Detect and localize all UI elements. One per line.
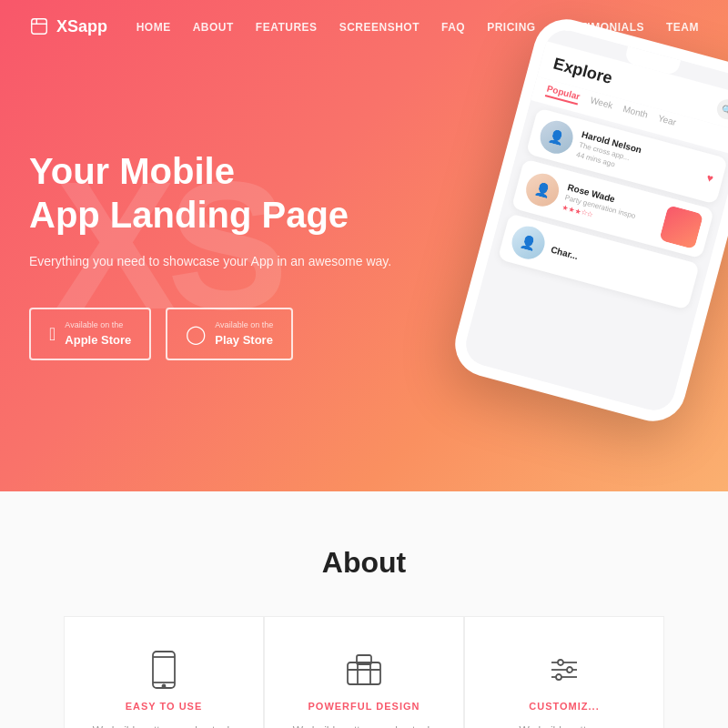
phone-card-2-img-inner — [659, 205, 703, 249]
feature-design-desc: We build pretty complex tools — [293, 723, 436, 728]
feature-easy-name: EASY TO USE — [126, 701, 203, 712]
feature-card-design: POWERFUL DESIGN We build pretty complex … — [264, 616, 464, 728]
phone-screen: Explore 🔍 Popular Week Month Year 👤 Haro… — [461, 25, 728, 415]
phone-search-icon[interactable]: 🔍 — [714, 97, 728, 122]
hero-section: XS Your Mobile App Landing Page Everythi… — [0, 0, 728, 491]
nav-item-about[interactable]: ABOUT — [193, 18, 234, 35]
hero-title: Your Mobile App Landing Page — [29, 149, 391, 237]
nav-item-team[interactable]: TEAM — [666, 18, 699, 35]
play-store-button[interactable]: ◯ Available on the Play Store — [166, 308, 293, 360]
apple-icon:  — [49, 324, 56, 345]
svg-rect-7 — [348, 662, 380, 684]
feature-easy-desc: We build pretty complex tools — [93, 723, 236, 728]
svg-point-16 — [567, 667, 572, 672]
nav-item-testimonials[interactable]: TESTIMONIALS — [558, 18, 644, 35]
apple-store-text: Available on the Apple Store — [65, 320, 131, 348]
phone-avatar-3: 👤 — [509, 223, 549, 263]
apple-store-button[interactable]:  Available on the Apple Store — [29, 308, 151, 360]
phone-outer: Explore 🔍 Popular Week Month Year 👤 Haro… — [448, 12, 728, 429]
nav-item-faq[interactable]: FAQ — [441, 18, 465, 35]
phone-tab-week[interactable]: Week — [588, 95, 613, 114]
phone-card-2-img — [659, 205, 703, 249]
feature-custom-desc: We build pretty c... — [519, 723, 609, 728]
mobile-icon — [144, 650, 184, 690]
phone-card-2-info: Rose Wade Party generation inspo ★★★☆☆ — [561, 182, 661, 236]
about-section: About EASY TO USE We build pretty comple… — [0, 491, 728, 728]
navbar: XSapp HOME ABOUT FEATURES SCREENSHOT FAQ… — [0, 0, 728, 53]
logo-text: XSapp — [56, 17, 107, 36]
svg-point-17 — [556, 674, 561, 680]
nav-item-screenshot[interactable]: SCREENSHOT — [339, 18, 420, 35]
phone-avatar-1: 👤 — [537, 117, 577, 157]
svg-point-15 — [558, 660, 563, 665]
nav-item-pricing[interactable]: PRICING — [487, 18, 536, 35]
phone-tab-popular[interactable]: Popular — [545, 83, 581, 105]
features-grid: EASY TO USE We build pretty complex tool… — [29, 616, 699, 728]
phone-mockup: Explore 🔍 Popular Week Month Year 👤 Haro… — [421, 5, 728, 435]
phone-card-3-info: Char... — [550, 244, 686, 289]
about-title: About — [29, 546, 699, 580]
phone-avatar-2: 👤 — [522, 170, 562, 210]
hero-content: Your Mobile App Landing Page Everything … — [29, 149, 391, 360]
custom-icon — [544, 650, 584, 690]
phone-tab-month[interactable]: Month — [621, 104, 649, 124]
design-icon — [344, 650, 384, 690]
android-icon: ◯ — [186, 323, 206, 345]
feature-card-easy: EASY TO USE We build pretty complex tool… — [64, 616, 264, 728]
play-store-text: Available on the Play Store — [215, 320, 273, 348]
phone-card-3-name: Char... — [550, 244, 686, 289]
nav-links: HOME ABOUT FEATURES SCREENSHOT FAQ PRICI… — [136, 18, 699, 35]
phone-tab-year[interactable]: Year — [656, 113, 677, 131]
feature-design-name: POWERFUL DESIGN — [308, 701, 420, 712]
feature-card-custom: CUSTOMIZ... We build pretty c... — [464, 616, 664, 728]
logo[interactable]: XSapp — [29, 16, 107, 36]
nav-item-home[interactable]: HOME — [136, 18, 171, 35]
svg-point-6 — [163, 685, 166, 688]
phone-card-1-heart: ♥ — [705, 171, 715, 185]
feature-custom-name: CUSTOMIZ... — [529, 701, 599, 712]
hero-subtitle: Everything you need to showcase your App… — [29, 251, 391, 271]
hero-buttons:  Available on the Apple Store ◯ Availab… — [29, 308, 391, 360]
nav-item-features[interactable]: FEATURES — [256, 18, 318, 35]
svg-rect-0 — [32, 19, 47, 35]
logo-icon — [29, 16, 49, 36]
